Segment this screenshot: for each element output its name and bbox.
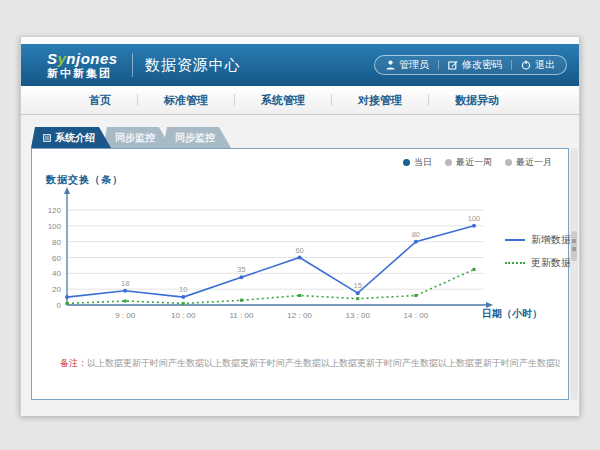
- svg-text:18: 18: [121, 279, 129, 288]
- time-filter-option-2[interactable]: 最近一月: [505, 156, 552, 169]
- tab-2[interactable]: 同步监控: [163, 127, 231, 148]
- chart-legend: 新增数据更新数据: [505, 233, 571, 270]
- change-password-label: 修改密码: [462, 58, 502, 72]
- page-title: 数据资源中心: [145, 56, 241, 75]
- time-filter-option-1[interactable]: 最近一周: [445, 156, 492, 169]
- svg-text:20: 20: [52, 285, 61, 294]
- logout-link[interactable]: 退出: [521, 58, 555, 72]
- nav-item-4[interactable]: 数据异动: [429, 93, 525, 108]
- tab-label: 系统介绍: [55, 131, 95, 145]
- logo-english: Synjones: [47, 51, 118, 66]
- legend-label: 更新数据: [531, 256, 571, 270]
- svg-text:80: 80: [412, 230, 420, 239]
- person-icon: [386, 60, 395, 70]
- nav-item-2[interactable]: 系统管理: [235, 93, 331, 108]
- logo-chinese: 新中新集团: [47, 68, 118, 79]
- nav-item-1[interactable]: 标准管理: [138, 93, 234, 108]
- synjones-logo: Synjones 新中新集团: [47, 51, 118, 79]
- svg-text:120: 120: [48, 206, 62, 215]
- svg-text:60: 60: [295, 246, 303, 255]
- legend-item-0: 新增数据: [505, 233, 571, 247]
- svg-text:100: 100: [468, 214, 481, 223]
- footnote-label: 备注：: [60, 358, 87, 368]
- vertical-scrollbar[interactable]: [570, 148, 578, 400]
- change-password-link[interactable]: 修改密码: [448, 58, 502, 72]
- svg-text:0: 0: [57, 301, 62, 310]
- time-filter-option-0[interactable]: 当日: [403, 156, 432, 169]
- main-nav: 首页标准管理系统管理对接管理数据异动: [21, 86, 579, 115]
- nav-item-3[interactable]: 对接管理: [332, 93, 428, 108]
- power-icon: [521, 60, 531, 70]
- svg-text:35: 35: [237, 265, 245, 274]
- document-icon: [43, 134, 51, 142]
- svg-text:60: 60: [52, 254, 61, 263]
- user-toolbar: 管理员 修改密码 退出: [374, 55, 567, 75]
- tab-1[interactable]: 同步监控: [103, 127, 171, 148]
- tab-bar: 系统介绍同步监控同步监控: [31, 127, 231, 148]
- nav-item-0[interactable]: 首页: [63, 93, 137, 108]
- edit-icon: [448, 60, 458, 70]
- radio-label: 最近一周: [456, 156, 492, 169]
- svg-text:100: 100: [48, 222, 62, 231]
- pill-separator: [511, 60, 512, 70]
- footnote: 备注：以上数据更新于时间产生数据以上数据更新于时间产生数据以上数据更新于时间产生…: [60, 357, 560, 370]
- footnote-text: 以上数据更新于时间产生数据以上数据更新于时间产生数据以上数据更新于时间产生数据以…: [87, 358, 560, 368]
- svg-text:15: 15: [354, 281, 362, 290]
- radio-icon: [445, 159, 452, 166]
- svg-text:40: 40: [52, 269, 61, 278]
- x-axis-title: 日期（小时）: [482, 307, 542, 321]
- radio-icon: [403, 159, 410, 166]
- tab-label: 同步监控: [175, 131, 215, 145]
- svg-text:12 : 00: 12 : 00: [287, 311, 312, 320]
- window-top-strip: [21, 37, 579, 44]
- svg-text:10: 10: [179, 285, 187, 294]
- content-area: 系统介绍同步监控同步监控 当日最近一周最近一月 数据交换（条） 02040608…: [21, 115, 579, 416]
- tab-0[interactable]: 系统介绍: [31, 127, 111, 148]
- radio-label: 最近一月: [516, 156, 552, 169]
- logout-label: 退出: [535, 58, 555, 72]
- username-label: 管理员: [399, 58, 429, 72]
- legend-swatch: [505, 262, 525, 264]
- svg-text:13 : 00: 13 : 00: [345, 311, 370, 320]
- line-chart: 0204060801001209 : 0010 : 0011 : 0012 : …: [32, 185, 572, 360]
- header-divider: [132, 53, 133, 77]
- radio-label: 当日: [414, 156, 432, 169]
- content-panel: 当日最近一周最近一月 数据交换（条） 0204060801001209 : 00…: [31, 148, 569, 400]
- svg-text:10 : 00: 10 : 00: [171, 311, 196, 320]
- current-user[interactable]: 管理员: [386, 58, 429, 72]
- radio-icon: [505, 159, 512, 166]
- svg-text:14 : 00: 14 : 00: [404, 311, 429, 320]
- time-filter-group: 当日最近一周最近一月: [403, 156, 552, 169]
- app-window: Synjones 新中新集团 数据资源中心 管理员 修改密码 退出 首页标准管理…: [20, 36, 580, 415]
- legend-swatch: [505, 239, 525, 241]
- tab-label: 同步监控: [115, 131, 155, 145]
- svg-text:9 : 00: 9 : 00: [115, 311, 136, 320]
- legend-item-1: 更新数据: [505, 256, 571, 270]
- pill-separator: [438, 60, 439, 70]
- app-header: Synjones 新中新集团 数据资源中心 管理员 修改密码 退出: [21, 44, 579, 86]
- svg-text:80: 80: [52, 238, 61, 247]
- svg-text:11 : 00: 11 : 00: [229, 311, 253, 320]
- scrollbar-thumb[interactable]: [571, 231, 577, 261]
- legend-label: 新增数据: [531, 233, 571, 247]
